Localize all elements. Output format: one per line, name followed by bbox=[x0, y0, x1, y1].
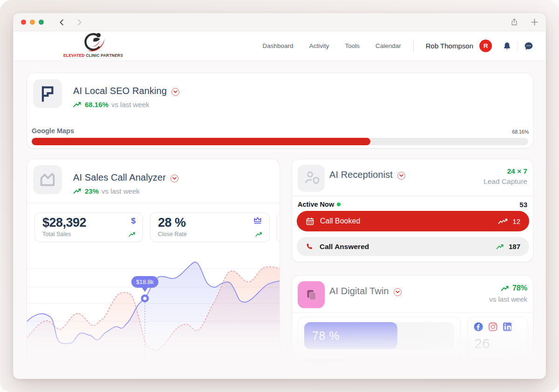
app-header: ELEVATED CLINIC PARTNERS Dashboard Activ… bbox=[14, 31, 545, 61]
lead-capture-label: Lead Capture bbox=[484, 177, 527, 186]
sales-divider bbox=[27, 203, 280, 203]
new-tab-icon[interactable] bbox=[531, 19, 538, 26]
digital-twin-trend-suffix: vs last week bbox=[489, 295, 527, 303]
receptionist-expander-chevron-icon[interactable] bbox=[397, 172, 405, 180]
social-icons bbox=[473, 322, 512, 332]
backdrop: ELEVATED CLINIC PARTNERS Dashboard Activ… bbox=[0, 0, 559, 392]
call-booked-value: 12 bbox=[512, 217, 520, 225]
icon-divider bbox=[518, 41, 518, 51]
call-booked-row[interactable]: Call Booked 12 bbox=[297, 211, 529, 231]
receptionist-icon bbox=[298, 165, 325, 192]
facebook-icon[interactable] bbox=[473, 322, 484, 332]
close-window-icon[interactable] bbox=[21, 20, 26, 25]
trend-up-icon bbox=[501, 285, 510, 291]
seo-progress-fill bbox=[32, 138, 370, 145]
phone-icon bbox=[306, 243, 314, 251]
clipped-stat bbox=[277, 212, 280, 242]
total-sales-value: $28,392 bbox=[42, 216, 86, 230]
brand-logo[interactable]: ELEVATED CLINIC PARTNERS bbox=[58, 32, 128, 58]
availability-badge: 24 × 7 bbox=[507, 167, 527, 176]
active-now-row: Active Now 53 bbox=[298, 199, 527, 210]
trend-up-icon bbox=[496, 244, 504, 250]
trend-up-icon bbox=[73, 101, 82, 108]
dollar-icon: $ bbox=[131, 216, 136, 226]
nav-calendar[interactable]: Calendar bbox=[375, 42, 401, 49]
total-posts-label: Total Posts bbox=[474, 356, 504, 363]
copy-icon bbox=[298, 281, 325, 308]
active-now-label: Active Now bbox=[298, 201, 341, 208]
nav-divider bbox=[413, 40, 414, 52]
dashboard: AI Local SEO Ranking 68.16% vs last week… bbox=[14, 61, 545, 378]
trend-zigzag-icon bbox=[498, 218, 508, 224]
digital-twin-trend: 78% bbox=[501, 284, 527, 292]
engagement-track: 78 % bbox=[304, 322, 454, 349]
notifications-bell-icon[interactable] bbox=[503, 41, 511, 51]
svg-text:$18.8k: $18.8k bbox=[136, 279, 154, 285]
total-posts-value: 26 bbox=[474, 336, 490, 351]
engagement-value: 78 % bbox=[312, 329, 340, 343]
google-maps-value: 68.16% bbox=[512, 129, 529, 135]
receptionist-card-title: AI Receptionist bbox=[329, 169, 405, 180]
instagram-icon[interactable] bbox=[488, 322, 498, 332]
nav-activity[interactable]: Activity bbox=[309, 42, 329, 49]
total-sales-stat: $28,392 $ Total Sales bbox=[34, 212, 143, 242]
flag-icon bbox=[33, 79, 62, 108]
calendar-icon bbox=[306, 217, 314, 226]
online-dot-icon bbox=[337, 203, 341, 206]
browser-toolbar bbox=[14, 14, 545, 31]
minimize-window-icon[interactable] bbox=[30, 20, 35, 25]
total-sales-label: Total Sales bbox=[42, 231, 71, 237]
total-posts-box: 26 Total Posts bbox=[467, 317, 528, 378]
user-name[interactable]: Rob Thompson bbox=[426, 42, 473, 50]
maximize-window-icon[interactable] bbox=[39, 20, 44, 25]
trend-up-icon bbox=[129, 232, 136, 237]
call-answered-row[interactable]: Call Answered 187 bbox=[297, 237, 529, 256]
back-icon[interactable] bbox=[59, 19, 64, 26]
call-answered-label: Call Answered bbox=[320, 243, 369, 251]
digital-twin-divider bbox=[292, 312, 533, 313]
nav-dashboard[interactable]: Dashboard bbox=[263, 42, 293, 49]
close-rate-label: Close Rate bbox=[158, 231, 187, 237]
nav-tools[interactable]: Tools bbox=[345, 42, 360, 49]
seo-progress-track bbox=[32, 138, 528, 145]
brand-logo-text: ELEVATED CLINIC PARTNERS bbox=[58, 53, 128, 58]
main-nav: Dashboard Activity Tools Calendar Rob Th… bbox=[247, 31, 533, 61]
brand-logo-icon bbox=[79, 32, 108, 53]
sales-trend: 23% vs last week bbox=[73, 187, 140, 195]
engagement-fill: 78 % bbox=[304, 322, 397, 349]
digital-twin-card: AI Digital Twin 78% vs last week 78 % En… bbox=[292, 275, 533, 378]
digital-twin-expander-chevron-icon[interactable] bbox=[394, 288, 402, 296]
trend-up-icon bbox=[73, 188, 82, 194]
seo-expander-chevron-icon[interactable] bbox=[171, 88, 179, 96]
seo-trend: 68.16% vs last week bbox=[73, 101, 150, 108]
chat-icon[interactable] bbox=[524, 41, 533, 51]
crown-icon bbox=[253, 216, 262, 226]
linkedin-icon[interactable] bbox=[502, 322, 512, 332]
share-icon[interactable] bbox=[510, 18, 518, 27]
engagement-label: Engagement bbox=[305, 356, 344, 364]
chart-icon bbox=[33, 165, 62, 194]
call-booked-label: Call Booked bbox=[320, 217, 360, 225]
close-rate-stat: 28 % Close Rate bbox=[150, 212, 270, 242]
trend-up-icon bbox=[255, 232, 263, 237]
close-rate-value: 28 % bbox=[158, 216, 186, 230]
active-now-value: 53 bbox=[519, 201, 527, 209]
google-maps-label: Google Maps bbox=[32, 127, 74, 135]
receptionist-divider bbox=[292, 196, 533, 196]
seo-card-title: AI Local SEO Ranking bbox=[73, 86, 179, 96]
sales-expander-chevron-icon[interactable] bbox=[170, 175, 178, 182]
window-controls bbox=[21, 20, 44, 25]
receptionist-card: AI Receptionist 24 × 7 Lead Capture Acti… bbox=[292, 159, 533, 262]
sales-card-title: AI Sales Call Analyzer bbox=[73, 172, 178, 183]
digital-twin-card-title: AI Digital Twin bbox=[329, 286, 402, 297]
sales-area-chart: $18.8k bbox=[27, 255, 280, 363]
browser-window: ELEVATED CLINIC PARTNERS Dashboard Activ… bbox=[13, 13, 546, 379]
forward-icon[interactable] bbox=[77, 19, 82, 26]
sales-analyzer-card: AI Sales Call Analyzer 23% vs last week … bbox=[27, 159, 280, 364]
engagement-box: 78 % Engagement bbox=[298, 317, 461, 378]
avatar[interactable]: R bbox=[479, 40, 492, 52]
call-answered-value: 187 bbox=[509, 243, 520, 250]
seo-ranking-card: AI Local SEO Ranking 68.16% vs last week… bbox=[27, 73, 533, 149]
